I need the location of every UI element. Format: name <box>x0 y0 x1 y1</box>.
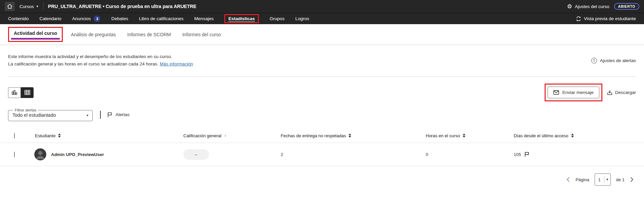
course-code: PRU_ULTRA_ARUETRE <box>48 4 101 9</box>
envelope-icon <box>553 90 559 95</box>
page-number-select[interactable]: 1 ▼ <box>595 173 611 186</box>
course-name: Curso de prueba en ultra para ARUETRE <box>106 4 196 9</box>
tab-informes-del-curso[interactable]: Informes del curso <box>182 32 221 37</box>
avatar <box>34 148 46 160</box>
vertical-divider <box>100 111 101 119</box>
download-icon <box>607 90 612 95</box>
announcements-count-badge: 3 <box>94 15 100 22</box>
title-separator: • <box>103 4 104 9</box>
tab-informes-de-scorm[interactable]: Informes de SCORM <box>127 32 171 37</box>
alert-settings-button[interactable]: ! Ajustes de alertas <box>591 58 636 63</box>
page-total-label: de 1 <box>616 177 625 182</box>
nav-item-mensajes[interactable]: Mensajes <box>194 16 214 21</box>
report-description-line1: Este informe muestra la actividad y el d… <box>8 53 193 60</box>
download-button[interactable]: Descargar <box>607 90 636 95</box>
download-label: Descargar <box>615 90 636 95</box>
sort-both-icon <box>349 134 351 138</box>
column-header-horas-en-el-curso[interactable]: Horas en el curso <box>423 133 511 138</box>
student-preview-label: Vista previa de estudiante <box>584 16 636 21</box>
sort-both-icon <box>463 134 465 138</box>
course-title: PRU_ULTRA_ARUETRE • Curso de prueba en u… <box>48 4 196 9</box>
nav-item-debates[interactable]: Debates <box>111 16 128 21</box>
flag-icon <box>107 112 112 117</box>
tab-actividad-del-curso[interactable]: Actividad del curso <box>8 27 63 42</box>
annotation-box-send-message: Enviar mensaje <box>545 84 602 101</box>
view-toggle <box>8 87 34 98</box>
sort-asc-icon: ↑ <box>224 133 226 138</box>
course-nav-bar: Contenido Calendario Anuncios 3 Debates … <box>0 13 644 24</box>
send-message-label: Enviar mensaje <box>562 90 594 95</box>
nav-item-label: Anuncios <box>72 16 91 21</box>
table-row: Admin UPO_PreviewUser -- 2 0 105 <box>0 143 644 166</box>
filter-row: Filtrar alertas Todo el estudiantado ▾ A… <box>0 101 644 121</box>
chevron-down-icon: ▾ <box>87 113 88 117</box>
nav-item-anuncios[interactable]: Anuncios 3 <box>72 15 101 22</box>
column-header-fechas-de-entrega[interactable]: Fechas de entrega no respetadas <box>278 133 423 138</box>
tab-analisis-de-preguntas[interactable]: Análisis de preguntas <box>71 32 116 37</box>
toolbar: Enviar mensaje Descargar <box>0 77 644 101</box>
sort-both-icon <box>571 134 574 138</box>
current-page: 1 <box>595 177 604 182</box>
courses-menu-button[interactable]: Cursos ▾ <box>19 4 38 9</box>
alerts-label: Alertas <box>116 112 130 117</box>
alerts-toggle[interactable]: Alertas <box>107 112 130 117</box>
sort-both-icon <box>58 134 61 138</box>
row-checkbox[interactable] <box>14 152 15 157</box>
nav-item-calendario[interactable]: Calendario <box>40 16 61 21</box>
grade-cell: -- <box>181 149 278 160</box>
flag-icon <box>524 152 529 157</box>
report-intro: Este informe muestra la actividad y el d… <box>0 45 644 68</box>
course-settings-label: Ajustes del curso <box>575 4 609 9</box>
nav-items: Contenido Calendario Anuncios 3 Debates … <box>8 14 309 23</box>
chevron-left-icon <box>566 177 570 182</box>
days-since-access-cell: 105 <box>511 152 636 157</box>
chevron-down-icon: ▾ <box>37 5 38 8</box>
top-bar-left: Cursos ▾ PRU_ULTRA_ARUETRE • Curso de pr… <box>5 2 196 11</box>
next-page-button[interactable] <box>630 177 634 182</box>
status-badge: ABIERTO <box>614 3 639 10</box>
nav-item-libro-de-calificaciones[interactable]: Libro de calificaciones <box>139 16 184 21</box>
filter-alerts-select[interactable]: Filtrar alertas Todo el estudiantado ▾ <box>8 108 93 121</box>
table-grid-icon <box>25 90 30 95</box>
chevron-down-icon: ▼ <box>604 178 610 181</box>
toolbar-right: Enviar mensaje Descargar <box>545 84 636 101</box>
home-icon <box>7 3 13 9</box>
courses-label: Cursos <box>19 4 34 9</box>
page-label: Página <box>576 177 589 182</box>
chevron-right-icon <box>630 177 634 182</box>
more-info-link[interactable]: Más información <box>160 61 193 66</box>
nav-item-estadisticas[interactable]: Estadísticas <box>224 14 259 23</box>
home-button[interactable] <box>5 2 15 11</box>
select-all-checkbox[interactable] <box>14 133 15 139</box>
report-description-line2: La calificación general y las horas en e… <box>8 60 193 68</box>
top-bar-right: ⚙ Ajustes del curso ABIERTO <box>567 3 639 10</box>
column-header-dias-ultimo-acceso[interactable]: Días desde el último acceso <box>511 133 636 138</box>
nav-item-grupos[interactable]: Grupos <box>270 16 284 21</box>
nav-item-contenido[interactable]: Contenido <box>8 16 29 21</box>
student-preview-icon <box>576 16 581 21</box>
hours-in-course-cell: 0 <box>423 152 511 157</box>
send-message-button[interactable]: Enviar mensaje <box>548 87 599 98</box>
students-table-header: Estudiante Calificación general ↑ Fechas… <box>0 129 644 143</box>
grade-pill: -- <box>183 149 209 160</box>
gear-icon: ⚙ <box>567 4 572 9</box>
chart-view-button[interactable] <box>8 87 21 98</box>
alert-icon: ! <box>591 58 597 63</box>
previous-page-button[interactable] <box>566 177 570 182</box>
course-settings-button[interactable]: ⚙ Ajustes del curso <box>567 4 609 9</box>
column-header-estudiante[interactable]: Estudiante <box>30 133 181 138</box>
divider <box>43 3 43 10</box>
bar-chart-icon <box>12 90 17 95</box>
filter-alerts-label: Filtrar alertas <box>13 108 38 112</box>
table-view-button[interactable] <box>21 87 34 98</box>
filter-alerts-value: Todo el estudiantado <box>12 112 56 118</box>
column-header-calificacion-general[interactable]: Calificación general ↑ <box>181 133 278 138</box>
alert-settings-label: Ajustes de alertas <box>600 58 636 63</box>
top-bar: Cursos ▾ PRU_ULTRA_ARUETRE • Curso de pr… <box>0 0 644 13</box>
nav-item-logros[interactable]: Logros <box>295 16 309 21</box>
missed-due-dates-cell: 2 <box>278 152 423 157</box>
student-preview-button[interactable]: Vista previa de estudiante <box>576 16 636 21</box>
student-name-link[interactable]: Admin UPO_PreviewUser <box>51 152 104 157</box>
report-description: Este informe muestra la actividad y el d… <box>8 53 193 68</box>
student-cell: Admin UPO_PreviewUser <box>30 148 181 160</box>
